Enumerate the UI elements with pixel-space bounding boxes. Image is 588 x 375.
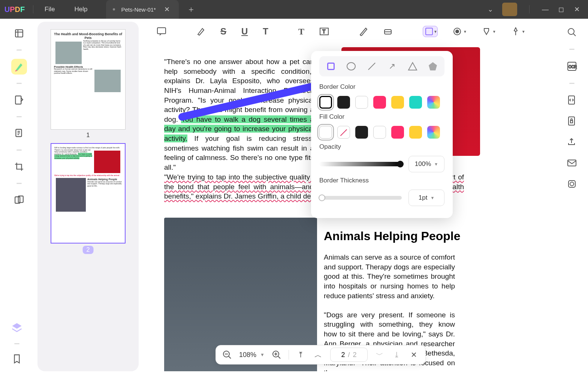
svg-point-19 (570, 182, 574, 186)
svg-point-11 (568, 28, 574, 34)
user-avatar[interactable] (502, 3, 517, 16)
annotate-button[interactable] (11, 59, 27, 75)
close-button[interactable]: ✕ (573, 5, 581, 13)
search-button[interactable] (567, 27, 577, 37)
convert-button[interactable] (567, 95, 577, 105)
border-color-pink[interactable] (373, 96, 386, 109)
thumb-num-1: 1 (51, 132, 126, 139)
chevron-down-icon[interactable]: ⌄ (486, 5, 494, 13)
titlebar: UPDF File Help Pets-New-01* ✕ ＋ ⌄ — ◻ ✕ (0, 0, 588, 19)
shapes-tool[interactable]: ▼ (423, 26, 438, 37)
page-input[interactable]: 2/2 (330, 348, 368, 362)
svg-rect-1 (15, 96, 21, 104)
opacity-value[interactable]: 100%▼ (408, 156, 444, 172)
right-toolbar: OCR (563, 22, 581, 189)
bookmark-button[interactable] (12, 354, 22, 364)
shape-line[interactable] (365, 60, 378, 73)
layers-button[interactable] (11, 322, 22, 333)
email-button[interactable] (567, 158, 577, 168)
document-tab[interactable]: Pets-New-01* ✕ (106, 0, 179, 19)
thumbnail-panel: The Health and Mood-Boosting Benefits of… (37, 22, 139, 371)
edit-button[interactable] (11, 92, 27, 108)
shape-rectangle[interactable] (325, 60, 337, 73)
svg-rect-16 (570, 121, 573, 123)
thickness-slider[interactable] (319, 196, 402, 200)
border-color-teal[interactable] (409, 96, 422, 109)
minimize-button[interactable]: — (542, 6, 549, 13)
app-logo: UPDF (0, 5, 29, 14)
print-button[interactable] (567, 179, 577, 189)
border-color-black[interactable] (319, 96, 332, 109)
shape-picker: ↗ (319, 56, 444, 76)
close-controls-button[interactable]: ✕ (409, 350, 419, 360)
compare-button[interactable] (11, 192, 27, 208)
new-tab-button[interactable]: ＋ (187, 4, 195, 15)
crop-button[interactable] (11, 159, 27, 175)
eraser-tool[interactable] (383, 26, 393, 37)
shape-polygon[interactable] (426, 60, 439, 73)
fill-color-yellow[interactable] (409, 126, 422, 139)
zoom-in-button[interactable] (271, 350, 282, 360)
squiggly-tool[interactable]: T (263, 26, 268, 37)
svg-text:OCR: OCR (569, 65, 577, 69)
fill-color-white[interactable] (373, 126, 386, 139)
first-page-button[interactable]: ⤒ (296, 350, 306, 360)
svg-rect-0 (15, 30, 23, 37)
rectangle-icon (425, 28, 433, 35)
thumbnails-button[interactable] (11, 25, 27, 41)
pages-button[interactable] (11, 125, 27, 141)
highlight-tool[interactable] (196, 26, 205, 37)
fill-color-pink[interactable] (391, 126, 404, 139)
text-tool[interactable]: T (298, 26, 304, 37)
border-color-dark[interactable] (337, 96, 350, 109)
comment-tool[interactable] (157, 26, 166, 37)
stamp-tool[interactable]: ▼ (453, 26, 467, 37)
fill-color-black[interactable] (355, 126, 368, 139)
last-page-button[interactable]: ⤓ (392, 350, 402, 360)
opacity-slider[interactable] (319, 162, 402, 166)
thumbnail-page-1[interactable]: The Health and Mood-Boosting Benefits of… (51, 29, 126, 139)
menu-file[interactable]: File (45, 6, 55, 13)
ocr-button[interactable]: OCR (567, 61, 577, 72)
border-color-custom[interactable] (427, 96, 440, 109)
svg-point-10 (456, 30, 459, 33)
tab-title: Pets-New-01* (121, 6, 156, 13)
fill-color-none[interactable] (337, 126, 350, 139)
tab-modified-icon (113, 8, 115, 10)
paragraph-1: "There's no one answer about how a pet c… (164, 57, 314, 172)
menu-bar: File Help (37, 6, 95, 13)
shape-arrow[interactable]: ↗ (386, 60, 398, 73)
strikethrough-tool[interactable]: S (220, 26, 226, 37)
share-button[interactable] (567, 137, 577, 147)
sticker-tool[interactable]: ▼ (482, 26, 496, 37)
fill-color-custom[interactable] (427, 126, 440, 139)
prev-page-button[interactable]: ︿ (313, 350, 323, 360)
menu-help[interactable]: Help (74, 6, 87, 13)
textbox-tool[interactable]: T (319, 26, 329, 37)
signature-tool[interactable]: ▼ (511, 26, 525, 37)
thumbnail-page-2[interactable]: NIH is funding large-scale surveys to fi… (51, 143, 126, 254)
left-toolbar (7, 22, 31, 212)
border-color-swatches (319, 96, 444, 109)
next-page-button[interactable]: ﹀ (374, 350, 385, 360)
shape-oval[interactable] (345, 60, 358, 73)
zoom-select[interactable]: 108%▼ (239, 351, 265, 359)
border-color-white[interactable] (355, 96, 368, 109)
protect-button[interactable] (567, 116, 577, 126)
maximize-button[interactable]: ◻ (557, 5, 565, 13)
tab-close-icon[interactable]: ✕ (162, 5, 172, 13)
zoom-out-button[interactable] (222, 350, 232, 360)
svg-rect-5 (157, 28, 166, 34)
fill-color-none-outline[interactable] (319, 126, 332, 139)
shapes-popover: ↗ Border Color Fill Color Opacity 100%▼ … (311, 51, 453, 218)
thickness-value[interactable]: 1pt▼ (408, 190, 444, 206)
pencil-tool[interactable] (359, 26, 368, 37)
svg-text:T: T (322, 28, 326, 34)
underline-tool[interactable]: U (241, 26, 248, 37)
opacity-label: Opacity (319, 143, 444, 151)
shape-triangle[interactable] (406, 60, 419, 73)
svg-rect-18 (569, 181, 575, 187)
thumb-num-2: 2 (83, 246, 94, 254)
thickness-label: Border Thickness (319, 177, 444, 184)
border-color-yellow[interactable] (391, 96, 404, 109)
